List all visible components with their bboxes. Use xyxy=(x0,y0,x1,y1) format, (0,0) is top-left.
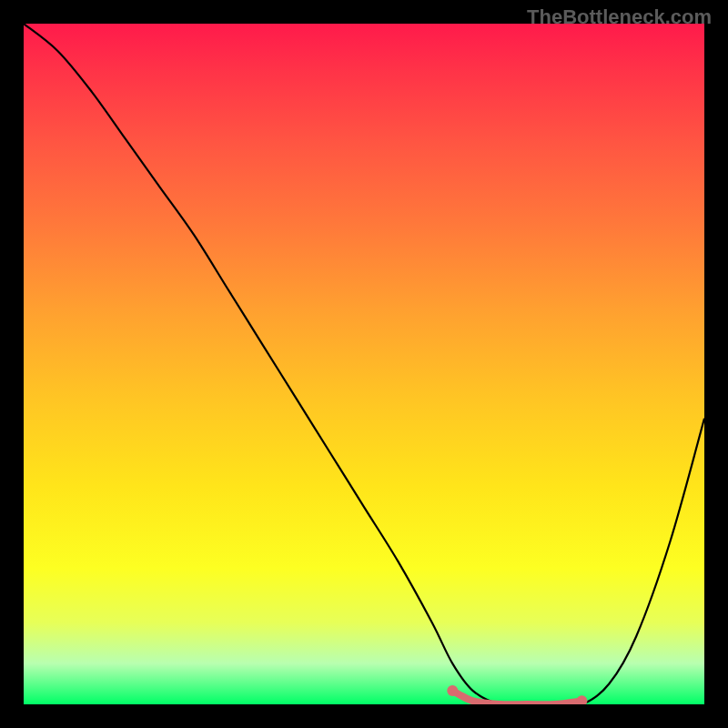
bottleneck-curve-line xyxy=(24,24,704,704)
highlight-dot-end xyxy=(576,695,587,704)
highlight-dot-start xyxy=(447,685,458,696)
watermark-text: TheBottleneck.com xyxy=(527,5,712,29)
optimal-range-highlight xyxy=(452,691,581,704)
chart-svg xyxy=(24,24,704,704)
chart-plot-area xyxy=(24,24,704,704)
